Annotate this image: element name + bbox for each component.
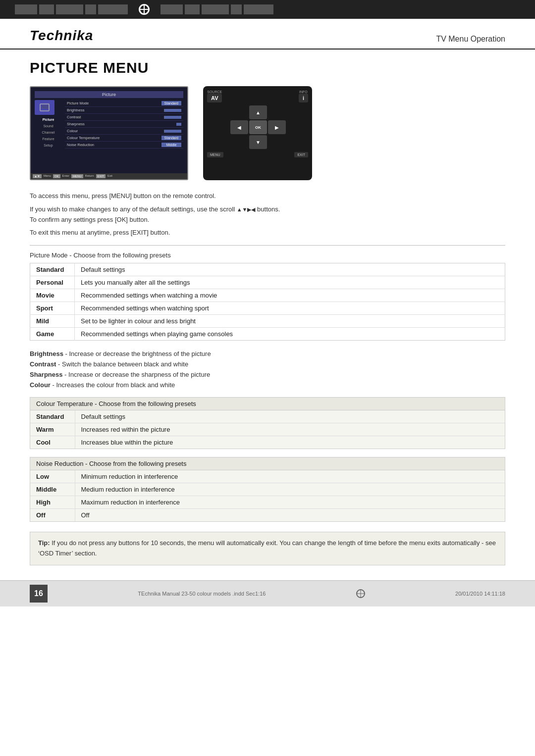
preset-name: Middle [30,483,75,496]
adjustments-list: Brightness - Increase or decrease the br… [30,349,505,390]
page-header: Technika TV Menu Operation [0,19,535,50]
remote-right-button[interactable]: ▶ [268,120,286,134]
footer-date-info: 20/01/2010 14:11:18 [455,591,505,597]
preset-name: High [30,496,75,509]
preset-name: Movie [30,289,75,302]
remote-left-button[interactable]: ◀ [230,120,248,134]
noise-reduction-intro-text: Noise Reduction - Choose from the follow… [36,460,186,467]
remote-info-area: INFO i [299,90,308,102]
preset-description: Maximum reduction in interference [75,496,505,509]
tip-box: Tip: If you do not press any buttons for… [30,532,505,565]
remote-av-button[interactable]: AV [207,94,222,102]
noise-reduction-header: Noise Reduction - Choose from the follow… [30,457,505,470]
remote-exit-button[interactable]: EXIT [294,152,308,157]
adjustment-label: Brightness [30,350,63,357]
media-row: Picture Picture Sound Channel Feature Se… [30,86,505,180]
remote-dpad-empty-bottomright [268,135,286,149]
tv-menu-row-contrast: Contrast [65,114,183,121]
colour-temperature-intro-text: Colour Temperature - Choose from the fol… [36,400,196,407]
instruction-line3: To exit this menu at anytime, press [EXI… [30,228,505,238]
preset-name: Mild [30,315,75,328]
noise-reduction-table: LowMinimum reduction in interferenceMidd… [30,470,505,521]
preset-name: Game [30,328,75,341]
adjustment-label: Colour [30,381,51,389]
top-decorative-bar [0,0,535,19]
table-row: HighMaximum reduction in interference [30,496,505,509]
table-row: GameRecommended settings when playing ga… [30,328,505,341]
colour-temperature-header: Colour Temperature - Choose from the fol… [30,398,505,410]
table-row: OffOff [30,509,505,522]
tv-menu-row-sharpness: Sharpness [65,121,183,128]
list-item: Colour - Increases the colour from black… [30,380,505,390]
preset-description: Default settings [75,410,505,423]
remote-down-button[interactable]: ▼ [249,135,267,149]
preset-description: Minimum reduction in interference [75,470,505,483]
section-divider [30,245,505,246]
preset-name: Cool [30,436,75,449]
instruction-line2-text: If you wish to make changes to any of th… [30,205,235,213]
table-row: SportRecommended settings when watching … [30,302,505,315]
bar-segment [160,4,183,14]
tv-screen-inner: Picture Picture Sound Channel Feature Se… [31,87,187,179]
preset-description: Lets you manually alter all the settings [75,276,505,289]
remote-bottom-row: MENU EXIT [207,152,308,157]
tv-menu-row-brightness: Brightness [65,107,183,114]
footer-file-info: TEchnika Manual 23-50 colour models .ind… [138,591,266,597]
remote-source-label: SOURCE [207,90,222,94]
instruction-line1: To access this menu, press [MENU] button… [30,191,505,202]
adjustment-label: Contrast [30,360,56,368]
preset-description: Recommended settings when playing game c… [75,328,505,341]
preset-description: Recommended settings when watching sport [75,302,505,315]
adjustment-desc: - Increase or decrease the sharpness of … [62,371,210,378]
bar-segment [231,4,242,14]
instruction-line2c-text: To confirm any settings press [OK] butto… [30,216,149,223]
preset-name: Standard [30,263,75,276]
table-row: LowMinimum reduction in interference [30,470,505,483]
tv-sidebar: Picture Sound Channel Feature Setup [35,100,62,149]
tv-menu-row-colourtemp: Colour TemperatureStandard [65,135,183,142]
tv-menu-row-colour: Colour [65,128,183,135]
table-row: WarmIncreases red within the picture [30,423,505,436]
preset-description: Set to be lighter in colour and less bri… [75,315,505,328]
adjustment-desc: - Switch the balance between black and w… [56,360,188,368]
tv-menu-header: Picture [35,91,183,98]
bar-segment [202,4,229,14]
table-row: MiddleMedium reduction in interference [30,483,505,496]
remote-info-label: INFO [299,90,308,94]
bar-segment [56,4,83,14]
svg-rect-1 [41,105,48,109]
preset-description: Increases blue within the picture [75,436,505,449]
table-row: PersonalLets you manually alter all the … [30,276,505,289]
list-item: Contrast - Switch the balance between bl… [30,359,505,369]
instruction-line2: If you wish to make changes to any of th… [30,204,505,225]
tv-menu-row-picturemode: Picture ModeStandard [65,100,183,107]
brand-logo: Technika [30,28,93,44]
remote-menu-button[interactable]: MENU [207,152,223,157]
crosshair-icon [139,4,150,15]
noise-reduction-section: Noise Reduction - Choose from the follow… [30,457,505,522]
preset-description: Increases red within the picture [75,423,505,436]
tip-prefix: Tip: [38,539,50,547]
picture-mode-intro-text: Picture Mode - Choose from the following… [30,252,171,259]
instructions-block: To access this menu, press [MENU] button… [30,191,505,238]
list-item: Sharpness - Increase or decrease the sha… [30,369,505,380]
tv-menu-row-noise: Noise ReductionMiddle [65,142,183,149]
remote-info-button[interactable]: i [299,94,308,102]
remote-ok-button[interactable]: OK [249,120,267,134]
preset-name: Personal [30,276,75,289]
table-row: MildSet to be lighter in colour and less… [30,315,505,328]
preset-description: Medium reduction in interference [75,483,505,496]
tv-sidebar-label-setup: Setup [35,143,62,148]
preset-name: Low [30,470,75,483]
bar-segment [185,4,200,14]
picture-mode-intro: Picture Mode - Choose from the following… [30,252,505,259]
preset-name: Sport [30,302,75,315]
remote-up-button[interactable]: ▲ [249,105,267,119]
section-title: TV Menu Operation [436,35,505,44]
table-row: MovieRecommended settings when watching … [30,289,505,302]
table-row: StandardDefault settings [30,410,505,423]
tv-menu-body: Picture Sound Channel Feature Setup Pict… [35,100,183,149]
bar-segment [244,4,273,14]
table-row: StandardDefault settings [30,263,505,276]
colour-temperature-section: Colour Temperature - Choose from the fol… [30,397,505,449]
